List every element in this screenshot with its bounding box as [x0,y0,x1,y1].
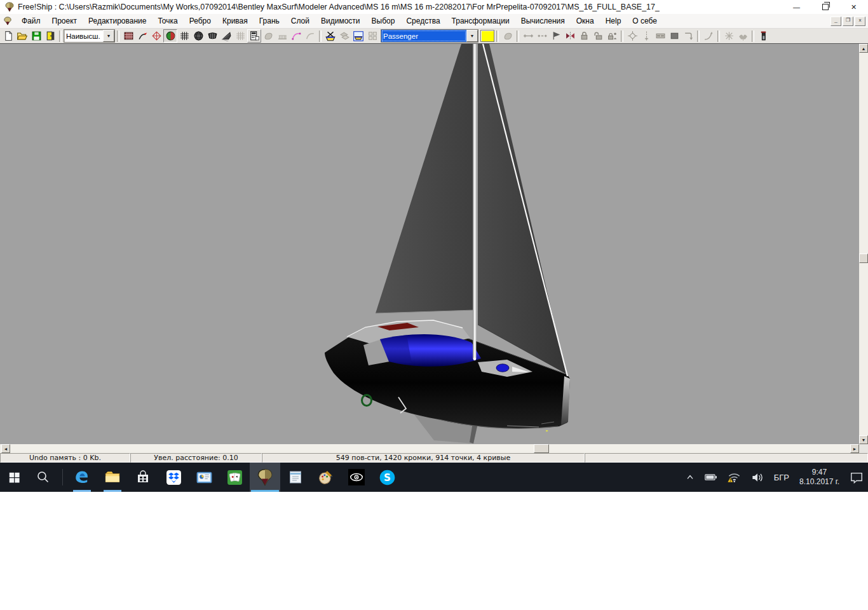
control-net-button[interactable] [121,29,135,43]
menu-curve[interactable]: Кривая [217,15,254,27]
mesh-view-button[interactable] [177,29,191,43]
tray-network[interactable] [722,463,746,492]
develop-plates-button[interactable] [323,29,337,43]
taskbar-search-button[interactable] [28,463,58,492]
grid-disabled-button[interactable] [233,29,247,43]
taskbar-dropbox[interactable] [158,463,189,492]
project-point-button[interactable] [639,29,653,43]
layer-dialog-button[interactable] [351,29,365,43]
mdi-restore-button[interactable]: ❐ [843,17,853,26]
blob-disabled-button[interactable] [261,29,275,43]
start-button[interactable] [0,463,28,492]
taskbar-edge[interactable] [67,463,97,492]
unlock-button[interactable] [591,29,605,43]
intersection-star-button[interactable] [722,29,736,43]
wireframe-globe-button[interactable] [191,29,205,43]
chevron-down-icon[interactable]: ▼ [466,30,478,42]
menu-windows[interactable]: Окна [571,15,600,27]
taskbar-paint[interactable] [311,463,341,492]
mini-grids-disabled-button[interactable] [365,29,379,43]
menu-edit[interactable]: Редактирование [83,15,152,27]
model-viewport[interactable] [0,44,859,444]
menu-help[interactable]: Help [600,15,627,27]
hull-sections-button[interactable] [205,29,219,43]
taskbar-freeship-active[interactable] [250,463,280,492]
taskbar-store[interactable] [128,463,158,492]
mdi-minimize-button[interactable]: _ [831,17,841,26]
horizontal-scroll-thumb[interactable] [534,444,549,453]
save-button[interactable] [29,29,43,43]
menu-tools[interactable]: Средства [400,15,445,27]
fence-disabled-button[interactable] [275,29,289,43]
save-icon [31,30,42,41]
blob2-disabled-button[interactable] [501,29,515,43]
scroll-down-button[interactable]: ▼ [859,435,868,444]
skype-icon: S [379,469,396,486]
calculator-button[interactable] [247,29,261,43]
menu-calculations[interactable]: Вычисления [515,15,571,27]
menu-selection[interactable]: Выбор [366,15,401,27]
collinear-point-button[interactable] [535,29,549,43]
layer-color-swatch[interactable] [480,30,494,42]
tray-battery[interactable] [700,463,722,492]
toolbar-separator [496,30,499,42]
lock-button[interactable] [577,29,591,43]
taskbar-solitaire[interactable] [219,463,250,492]
bent-arrow-button[interactable] [681,29,695,43]
intersect-box-button[interactable] [653,29,667,43]
dark-box-button[interactable] [667,29,681,43]
vertical-scrollbar[interactable]: ▲ ▼ [859,44,868,444]
tray-volume[interactable] [746,463,770,492]
tray-clock[interactable]: 9:47 8.10.2017 г. [794,468,845,487]
mirror-button[interactable] [563,29,577,43]
horizontal-scrollbar[interactable]: ◄ ► [0,444,859,453]
new-file-button[interactable] [1,29,15,43]
menu-transform[interactable]: Трансформации [446,15,515,27]
mdi-close-button[interactable]: x [855,17,865,26]
menu-visibility[interactable]: Видимости [315,15,366,27]
restore-button[interactable] [811,0,839,14]
taskbar-report-tool[interactable] [189,463,219,492]
taskbar-media-eye[interactable] [341,463,372,492]
chevron-down-icon[interactable]: ▼ [103,30,114,42]
menu-file[interactable]: Файл [16,15,46,27]
taskbar-skype[interactable]: S [372,463,402,492]
taskbar-file-explorer[interactable] [97,463,128,492]
layers-disabled-button[interactable] [337,29,351,43]
layer-dropdown[interactable]: Passenger ▼ [381,29,478,43]
open-file-button[interactable] [15,29,29,43]
menu-edge[interactable]: Ребро [184,15,217,27]
close-button[interactable]: ✕ [839,0,868,14]
scroll-up-button[interactable]: ▲ [859,44,868,53]
pink-curve-button[interactable] [289,29,303,43]
curvature-button[interactable] [135,29,149,43]
diamond-arrows-button[interactable] [625,29,639,43]
unlock-all-button[interactable] [605,29,619,43]
knife-button[interactable] [756,29,770,43]
menu-face[interactable]: Грань [254,15,285,27]
grid-diamond-button[interactable] [149,29,163,43]
minimize-button[interactable]: — [782,0,811,14]
tray-language[interactable]: БГР [770,463,794,492]
menu-layer[interactable]: Слой [285,15,315,27]
tray-action-center[interactable] [845,463,868,492]
shaded-view-button[interactable] [163,29,177,43]
menu-about[interactable]: О себе [627,15,663,27]
exit-button[interactable] [43,29,57,43]
bird-swap-button[interactable] [736,29,750,43]
vertical-scroll-thumb[interactable] [859,254,868,263]
blob-disabled-icon [263,30,274,41]
grey-curve-button[interactable] [303,29,317,43]
fan-view-button[interactable] [219,29,233,43]
curve-arrow-button[interactable] [702,29,715,43]
menu-project[interactable]: Проект [46,15,83,27]
move-point-button[interactable] [521,29,535,43]
menu-point[interactable]: Точка [152,15,183,27]
scroll-left-button[interactable]: ◄ [1,444,10,453]
volume-icon [750,470,765,485]
precision-dropdown[interactable]: Наивысш. ▼ [64,29,115,43]
scroll-right-button[interactable]: ► [850,444,859,453]
flag-button[interactable] [549,29,563,43]
taskbar-notepad[interactable] [280,463,311,492]
tray-hidden-icons[interactable] [681,463,700,492]
